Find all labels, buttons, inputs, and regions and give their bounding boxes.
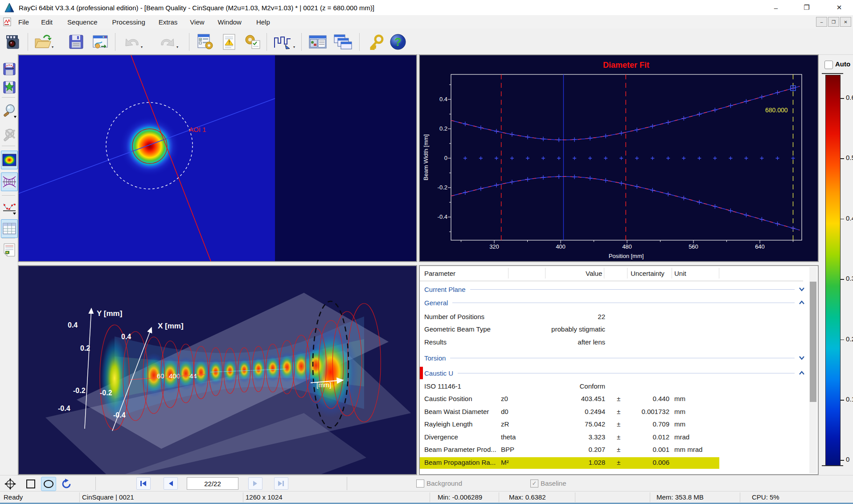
zoom-icon <box>2 103 16 119</box>
status-bar: Ready CinSquare | 0021 1260 x 1024 Min: … <box>0 491 853 503</box>
configuration-check-button[interactable] <box>243 33 262 51</box>
chevron-up-icon[interactable] <box>798 370 805 376</box>
param-unit: mm <box>674 408 685 415</box>
colorbar-tick-label: 0.3 <box>846 275 853 282</box>
table-row[interactable]: Resultsafter lens <box>420 337 810 348</box>
y-tick-label: 0 <box>444 155 447 161</box>
tile-windows-icon <box>308 34 327 50</box>
menu-extras[interactable]: Extras <box>159 16 178 28</box>
x-tick-label: 480 <box>622 243 632 250</box>
histogram-dropdown-arrow[interactable]: ▾ <box>293 45 295 49</box>
y-3d-tick: 0.2 <box>80 344 90 352</box>
table-row[interactable]: Number of Positions22 <box>420 311 810 323</box>
open-button[interactable]: ▾ <box>34 33 53 51</box>
table-scrollbar[interactable] <box>809 267 817 473</box>
background-checkbox[interactable] <box>416 479 424 488</box>
menu-view[interactable]: View <box>190 16 204 28</box>
minimize-button[interactable]: – <box>766 0 786 15</box>
measurement-settings-button[interactable] <box>196 33 215 51</box>
z-tick-label: 44 <box>189 372 197 380</box>
chevron-down-icon[interactable] <box>798 355 805 361</box>
frame-index-input[interactable] <box>187 477 238 490</box>
child-close-button[interactable]: ✕ <box>840 17 851 27</box>
x-axis-3d-label: X [mm] <box>158 322 184 330</box>
first-frame-button[interactable] <box>136 477 151 490</box>
zoom-button[interactable] <box>1 102 18 120</box>
open-dropdown-arrow[interactable]: ▾ <box>52 45 53 49</box>
tile-windows-button[interactable] <box>308 33 327 51</box>
close-button[interactable]: ✕ <box>829 0 849 15</box>
child-minimize-button[interactable]: – <box>816 17 827 27</box>
export-image-button[interactable] <box>91 33 110 51</box>
help-icon: ? <box>389 33 407 51</box>
menu-file[interactable]: File <box>18 16 29 28</box>
navigation-toolbar: Background ✓ Baseline <box>0 475 853 492</box>
report-view-button[interactable] <box>1 241 18 259</box>
table-row[interactable]: Divergencetheta3.323±0.012mrad <box>420 432 810 443</box>
last-frame-icon <box>278 480 285 487</box>
child-restore-button[interactable]: ❐ <box>828 17 839 27</box>
rect-aoi-button[interactable] <box>23 477 38 491</box>
move-tool-button[interactable] <box>3 477 18 491</box>
table-row[interactable]: Geometric Beam Typeprobably stigmatic <box>420 324 810 336</box>
undo-dropdown-arrow: ▾ <box>141 45 143 49</box>
section-general[interactable]: General <box>424 297 805 308</box>
menu-sequence[interactable]: Sequence <box>67 16 98 28</box>
table-row[interactable]: Beam Propagation Ra...M²1.028±0.006 <box>420 457 810 469</box>
save-button[interactable] <box>67 33 86 51</box>
caustic-view-button[interactable] <box>1 172 18 191</box>
colorbar-tick <box>841 98 844 99</box>
beam-profile-view-button[interactable] <box>1 151 18 169</box>
table-row[interactable]: Beam Waist Diameterd00.2494±0.001732mm <box>420 406 810 418</box>
x-tick-label: 640 <box>755 243 765 250</box>
beam-image-panel[interactable]: AOI 1 <box>18 54 417 262</box>
section-label: General <box>424 299 448 307</box>
cascade-windows-button[interactable] <box>333 33 352 51</box>
table-scrollbar-thumb[interactable] <box>810 282 816 402</box>
license-key-button[interactable] <box>366 33 385 51</box>
auto-scale-checkbox[interactable] <box>824 61 833 69</box>
fit-view-button[interactable] <box>1 199 18 217</box>
log-warning-button[interactable]: ! <box>220 33 239 51</box>
param-value: 22 <box>522 313 605 320</box>
x-3d-tick: 0.4 <box>121 333 131 340</box>
y-axis-3d-label: Y [mm] <box>97 309 122 318</box>
x-tick-label: 560 <box>689 243 698 250</box>
previous-frame-button[interactable] <box>164 477 178 490</box>
section-torsion[interactable]: Torsion <box>424 352 805 363</box>
table-row[interactable]: Caustic Positionz0403.451±0.440mm <box>420 393 810 405</box>
status-resolution: 1260 x 1024 <box>246 493 283 501</box>
reset-view-button[interactable] <box>59 477 74 491</box>
ellipse-aoi-button[interactable] <box>41 477 56 491</box>
section-current-plane[interactable]: Current Plane <box>424 284 805 295</box>
param-value: probably stigmatic <box>522 325 605 333</box>
mdi-child-controls: – ❐ ✕ <box>815 17 851 27</box>
undo-button: ▾ <box>123 33 142 51</box>
menu-edit[interactable]: Edit <box>41 16 53 28</box>
menu-window[interactable]: Window <box>218 16 242 28</box>
section-caustic-u[interactable]: Caustic U <box>424 368 805 378</box>
maximize-button[interactable]: ❐ <box>796 0 817 15</box>
param-unit: mrad <box>674 433 689 441</box>
chevron-up-icon[interactable] <box>798 300 805 305</box>
zoom-disabled-icon <box>2 127 16 142</box>
histogram-button[interactable]: ▾ <box>273 33 291 51</box>
save-curve-button[interactable] <box>1 60 18 78</box>
table-view-button[interactable] <box>1 219 18 238</box>
param-symbol: d0 <box>501 408 509 415</box>
table-row[interactable]: ISO 11146-1Conform <box>420 381 810 393</box>
diameter-fit-panel[interactable]: Diameter Fit680.000320400480560640Positi… <box>419 54 819 262</box>
next-frame-button <box>248 477 262 490</box>
beam-image: AOI 1 <box>19 55 416 261</box>
table-row[interactable]: Rayleigh LengthzR75.042±0.709mm <box>420 419 810 430</box>
sequence-capture-button[interactable] <box>4 33 23 51</box>
help-button[interactable]: ? <box>389 33 407 51</box>
menu-processing[interactable]: Processing <box>112 16 145 28</box>
caustic-3d-panel[interactable]: 6040044Y [mm]X [mm]0.40.2-0.2-0.40.4-0.2… <box>18 265 417 475</box>
menu-help[interactable]: Help <box>256 16 270 28</box>
table-row[interactable]: Beam Parameter Prod...BPP0.207±0.001mm m… <box>420 444 810 456</box>
save-result-button[interactable] <box>1 78 18 97</box>
chevron-down-icon[interactable] <box>798 287 805 292</box>
svg-text:?: ? <box>394 35 402 49</box>
section-label: Caustic U <box>424 369 453 377</box>
